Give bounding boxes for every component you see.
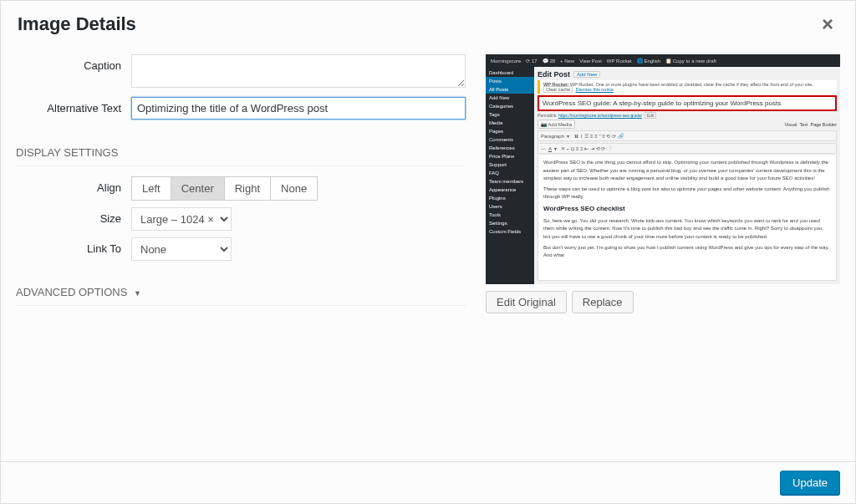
align-none-button[interactable]: None — [271, 177, 317, 200]
alt-text-label: Alternative Text — [16, 97, 131, 115]
align-label: Align — [16, 176, 131, 194]
align-left-button[interactable]: Left — [132, 177, 171, 200]
align-button-group: Left Center Right None — [131, 176, 318, 201]
preview-panel: Morningscore ⟳ 17 💬 28 + New View Post W… — [486, 54, 840, 461]
close-icon[interactable]: × — [817, 13, 838, 36]
alt-text-input[interactable] — [131, 97, 466, 120]
caption-row: Caption — [16, 54, 466, 90]
alt-text-row: Alternative Text — [16, 97, 466, 120]
wp-sidebar: Dashboard Posts All Posts Add New Catego… — [486, 67, 534, 284]
preview-buttons: Edit Original Replace — [486, 291, 840, 313]
caption-input[interactable] — [131, 54, 466, 88]
wordpress-screenshot: Morningscore ⟳ 17 💬 28 + New View Post W… — [486, 54, 840, 284]
modal-body: Caption Alternative Text DISPLAY SETTING… — [1, 46, 855, 461]
link-to-row: Link To None — [16, 237, 466, 261]
link-to-select[interactable]: None — [131, 237, 232, 261]
wp-post-title: WordPress SEO guide: A step-by-step guid… — [538, 95, 837, 111]
modal-title: Image Details — [18, 13, 136, 35]
align-row: Align Left Center Right None — [16, 176, 466, 201]
align-center-button[interactable]: Center — [171, 177, 225, 200]
size-select[interactable]: Large – 1024 × 667 — [131, 207, 232, 231]
display-settings-heading: DISPLAY SETTINGS — [16, 126, 466, 166]
edit-original-button[interactable]: Edit Original — [486, 291, 567, 313]
caret-down-icon: ▼ — [134, 289, 141, 298]
replace-button[interactable]: Replace — [572, 291, 634, 313]
settings-panel: Caption Alternative Text DISPLAY SETTING… — [16, 54, 466, 461]
image-preview: Morningscore ⟳ 17 💬 28 + New View Post W… — [486, 54, 840, 284]
caption-label: Caption — [16, 54, 131, 72]
advanced-options-heading[interactable]: ADVANCED OPTIONS ▼ — [16, 267, 466, 306]
wp-editor-area: Edit Post Add New WP Rocket: WP Rocket: … — [534, 67, 840, 284]
link-to-label: Link To — [16, 237, 131, 255]
update-button[interactable]: Update — [780, 471, 840, 495]
size-label: Size — [16, 207, 131, 225]
modal-footer: Update — [1, 461, 855, 503]
modal-header: Image Details × — [1, 1, 855, 46]
size-row: Size Large – 1024 × 667 — [16, 207, 466, 231]
wp-admin-bar: Morningscore ⟳ 17 💬 28 + New View Post W… — [486, 54, 840, 67]
image-details-modal: Image Details × Caption Alternative Text… — [0, 0, 856, 504]
align-right-button[interactable]: Right — [225, 177, 271, 200]
